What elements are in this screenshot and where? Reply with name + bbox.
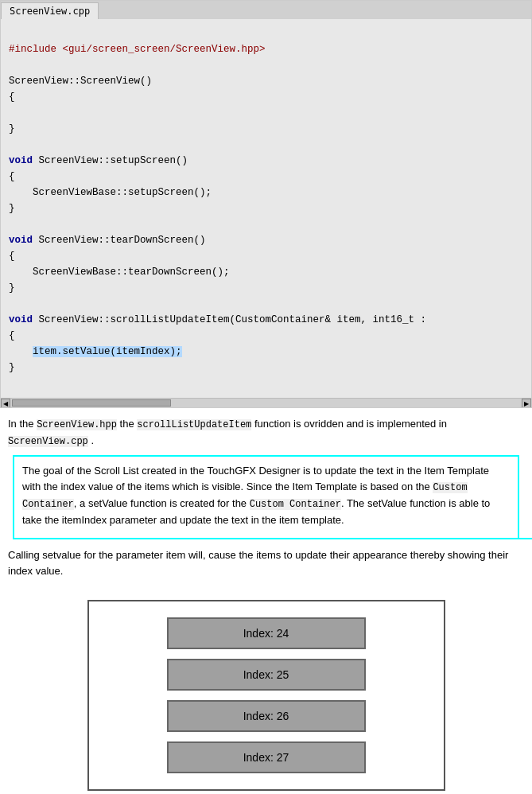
code-body: #include <gui/screen_screen/ScreenView.h…	[1, 19, 531, 398]
code-line-brace7: {	[9, 330, 15, 341]
tab-screenwview-cpp[interactable]: ScreenView.cpp	[1, 2, 99, 19]
code-line-include: #include <gui/screen_screen/ScreenView.h…	[9, 44, 266, 55]
annotation-para2: The goal of the Scroll List created in t…	[22, 463, 510, 527]
inline-code-5: Custom Container	[250, 499, 341, 510]
para3: Calling setvalue for the parameter item …	[8, 547, 524, 579]
code-line-scroll: void ScreenView::scrollListUpdateItem(Cu…	[9, 314, 426, 325]
inline-code-1: ScreenView.hpp	[37, 419, 117, 430]
index-btn-27[interactable]: Index: 27	[167, 741, 366, 773]
code-editor: ScreenView.cpp #include <gui/screen_scre…	[0, 0, 532, 408]
para1: In the ScreenView.hpp the scrollListUpda…	[8, 416, 524, 449]
annotation-box: The goal of the Scroll List created in t…	[13, 455, 519, 539]
inline-code-4: Custom Container	[22, 482, 468, 510]
inline-code-3: ScreenView.cpp	[8, 436, 88, 447]
code-line-teardown-body: ScreenViewBase::tearDownScreen();	[9, 267, 230, 278]
tab-bar: ScreenView.cpp	[1, 1, 531, 19]
code-line-class: ScreenView::ScreenView()	[9, 76, 152, 87]
horizontal-scrollbar[interactable]: ◀ ▶	[1, 398, 531, 407]
code-line-setup-body: ScreenViewBase::setupScreen();	[9, 187, 212, 198]
index-btn-25[interactable]: Index: 25	[167, 659, 366, 691]
code-line-brace5: {	[9, 251, 15, 262]
prose-section: In the ScreenView.hpp the scrollListUpda…	[0, 408, 532, 592]
code-line-brace4: }	[9, 203, 15, 214]
code-line-brace3: {	[9, 171, 15, 182]
code-line-brace2: }	[9, 123, 15, 134]
scroll-right-arrow[interactable]: ▶	[522, 399, 531, 408]
index-btn-24[interactable]: Index: 24	[167, 617, 366, 649]
code-line-setvalue: item.setValue(itemIndex);	[9, 346, 182, 357]
code-line-brace8: }	[9, 362, 15, 373]
code-line-setup: void ScreenView::setupScreen()	[9, 155, 188, 166]
demo-widget: Index: 24 Index: 25 Index: 26 Index: 27	[87, 600, 445, 791]
scroll-thumb[interactable]	[12, 399, 171, 407]
scroll-left-arrow[interactable]: ◀	[1, 399, 10, 408]
index-btn-26[interactable]: Index: 26	[167, 700, 366, 732]
code-line-brace1: {	[9, 91, 15, 103]
code-line-teardown: void ScreenView::tearDownScreen()	[9, 235, 206, 246]
code-line-brace6: }	[9, 282, 15, 294]
inline-code-2: scrollListUpdateItem	[137, 419, 251, 430]
